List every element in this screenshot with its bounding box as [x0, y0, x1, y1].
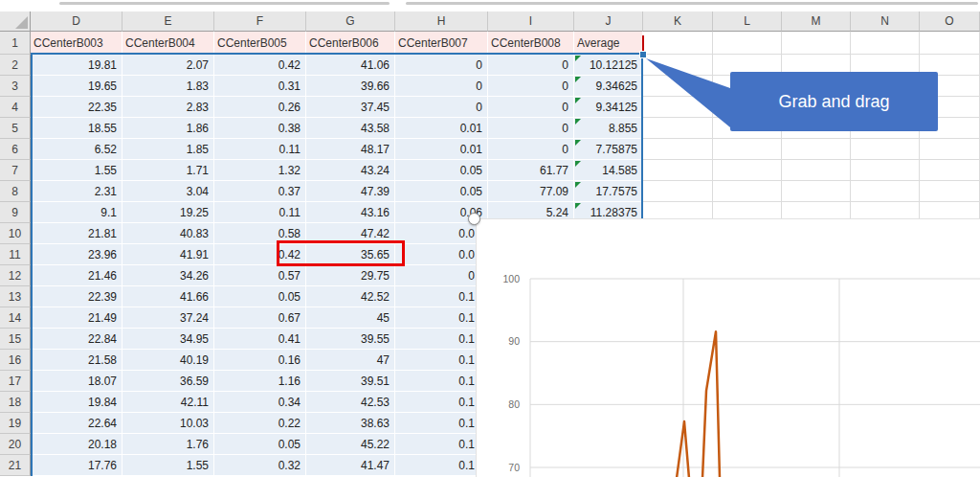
- row-header[interactable]: 19: [0, 413, 31, 434]
- row-header[interactable]: 12: [0, 265, 31, 286]
- cell[interactable]: 0.1: [395, 286, 488, 307]
- cell[interactable]: [782, 181, 851, 202]
- cell[interactable]: [851, 160, 920, 181]
- cell[interactable]: [920, 160, 980, 181]
- cell[interactable]: 0: [488, 55, 574, 76]
- embedded-chart[interactable]: 100908070: [476, 218, 980, 477]
- cell[interactable]: 9.1: [31, 202, 122, 223]
- cell[interactable]: 22.35: [31, 97, 122, 118]
- cell[interactable]: 0.1: [395, 329, 488, 350]
- cell[interactable]: 0.05: [214, 286, 306, 307]
- column-header[interactable]: M: [782, 11, 851, 32]
- cell[interactable]: 0.1: [395, 350, 488, 371]
- cell[interactable]: [920, 32, 980, 55]
- cell[interactable]: 1.86: [122, 118, 214, 139]
- cell[interactable]: [643, 160, 713, 181]
- row-header[interactable]: 3: [0, 76, 31, 97]
- cell[interactable]: [851, 139, 920, 160]
- cell[interactable]: [851, 32, 920, 55]
- cell[interactable]: 1.83: [122, 76, 214, 97]
- cell[interactable]: 0: [488, 97, 574, 118]
- row-header[interactable]: 18: [0, 392, 31, 413]
- cell[interactable]: 47: [306, 350, 395, 371]
- cell[interactable]: 1.32: [214, 160, 306, 181]
- cell[interactable]: 19.81: [31, 55, 122, 76]
- cell[interactable]: 36.59: [122, 371, 214, 392]
- cell[interactable]: 0.05: [214, 434, 306, 455]
- cell[interactable]: 22.39: [31, 286, 122, 307]
- cell[interactable]: [782, 32, 851, 55]
- column-header[interactable]: L: [713, 11, 782, 32]
- cell[interactable]: 22.64: [31, 413, 122, 434]
- cell[interactable]: 43.16: [306, 202, 395, 223]
- cell[interactable]: 0: [395, 265, 488, 286]
- cell[interactable]: 42.53: [306, 392, 395, 413]
- cell[interactable]: 48.17: [306, 139, 395, 160]
- row-header[interactable]: 11: [0, 244, 31, 265]
- cell[interactable]: 45: [306, 307, 395, 329]
- column-header[interactable]: D: [31, 11, 122, 32]
- column-header[interactable]: K: [643, 11, 713, 32]
- cell[interactable]: 42.52: [306, 286, 395, 307]
- cell[interactable]: 37.24: [122, 307, 214, 329]
- select-all-corner[interactable]: [0, 11, 31, 32]
- cell[interactable]: 0.05: [395, 181, 488, 202]
- row-header[interactable]: 5: [0, 118, 31, 139]
- cell[interactable]: 10.12125: [574, 55, 643, 76]
- table-header-cell[interactable]: CCenterB005: [214, 32, 306, 55]
- cell[interactable]: 2.83: [122, 97, 214, 118]
- cell[interactable]: 14.585: [574, 160, 643, 181]
- row-header[interactable]: 13: [0, 286, 31, 307]
- cell[interactable]: 0: [488, 76, 574, 97]
- cell[interactable]: 0: [488, 139, 574, 160]
- cell[interactable]: 34.26: [122, 265, 214, 286]
- cell[interactable]: 0.1: [395, 434, 488, 455]
- cell[interactable]: 61.77: [488, 160, 574, 181]
- cell[interactable]: 43.58: [306, 118, 395, 139]
- cell[interactable]: 6.52: [31, 139, 122, 160]
- row-header[interactable]: 8: [0, 181, 31, 202]
- cell[interactable]: 38.63: [306, 413, 395, 434]
- cell[interactable]: 41.91: [122, 244, 214, 265]
- cell[interactable]: 3.04: [122, 181, 214, 202]
- cell[interactable]: 17.7575: [574, 181, 643, 202]
- column-header[interactable]: O: [920, 11, 980, 32]
- cell[interactable]: 0.26: [214, 97, 306, 118]
- row-header[interactable]: 15: [0, 329, 31, 350]
- cell[interactable]: [713, 32, 782, 55]
- cell[interactable]: 0.0: [395, 244, 488, 265]
- cell[interactable]: 19.25: [122, 202, 214, 223]
- cell[interactable]: [920, 181, 980, 202]
- cell[interactable]: [713, 160, 782, 181]
- cell[interactable]: 0: [395, 76, 488, 97]
- cell[interactable]: 0.41: [214, 329, 306, 350]
- row-header[interactable]: 7: [0, 160, 31, 181]
- table-header-cell[interactable]: CCenterB007: [395, 32, 488, 55]
- cell[interactable]: 40.19: [122, 350, 214, 371]
- cell[interactable]: 0.31: [214, 76, 306, 97]
- column-header[interactable]: H: [395, 11, 488, 32]
- cell[interactable]: 0.42: [214, 55, 306, 76]
- row-header[interactable]: 14: [0, 307, 31, 329]
- cell[interactable]: 0.01: [395, 139, 488, 160]
- cell[interactable]: 0.32: [214, 455, 306, 476]
- cell[interactable]: [782, 160, 851, 181]
- cell[interactable]: 18.07: [31, 371, 122, 392]
- cell[interactable]: 0.11: [214, 139, 306, 160]
- cell[interactable]: 0.1: [395, 371, 488, 392]
- cell[interactable]: 0.1: [395, 307, 488, 329]
- cell[interactable]: 0.05: [395, 160, 488, 181]
- cell[interactable]: 1.76: [122, 434, 214, 455]
- cell[interactable]: 1.16: [214, 371, 306, 392]
- cell[interactable]: 0: [395, 97, 488, 118]
- cell[interactable]: 2.07: [122, 55, 214, 76]
- row-header[interactable]: 10: [0, 223, 31, 244]
- cell[interactable]: [782, 139, 851, 160]
- cell[interactable]: 20.18: [31, 434, 122, 455]
- row-header[interactable]: 17: [0, 371, 31, 392]
- cell[interactable]: 0.1: [395, 392, 488, 413]
- cell[interactable]: 77.09: [488, 181, 574, 202]
- cell[interactable]: 0.37: [214, 181, 306, 202]
- cell[interactable]: 41.66: [122, 286, 214, 307]
- table-header-cell[interactable]: CCenterB003: [31, 32, 122, 55]
